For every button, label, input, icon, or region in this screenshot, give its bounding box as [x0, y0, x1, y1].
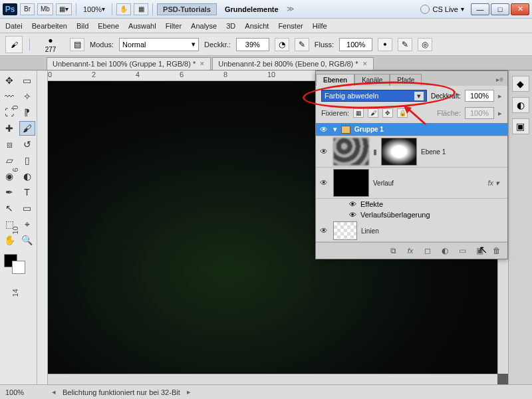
- chevron-down-icon[interactable]: ▾: [333, 125, 337, 134]
- visibility-icon[interactable]: 👁: [319, 147, 329, 156]
- menu-datei[interactable]: Datei: [5, 22, 23, 30]
- opacity-input[interactable]: 39%: [236, 38, 269, 51]
- blend-mode-select[interactable]: Normal▾: [119, 38, 199, 51]
- type-tool[interactable]: T: [19, 185, 35, 200]
- menu-filter[interactable]: Filter: [166, 22, 182, 30]
- visibility-icon[interactable]: 👁: [319, 226, 329, 235]
- zoom-display[interactable]: 100% ▾: [80, 3, 108, 15]
- tab-pfade[interactable]: Pfade: [390, 74, 422, 86]
- mask-thumbnail[interactable]: [381, 138, 417, 166]
- layer-thumbnail[interactable]: [333, 221, 357, 240]
- layers-dock-icon[interactable]: ◆: [512, 76, 529, 92]
- visibility-icon[interactable]: 👁: [349, 200, 356, 208]
- horizontal-scrollbar[interactable]: [48, 374, 497, 384]
- layer-thumbnail[interactable]: [333, 138, 369, 166]
- airbrush-icon[interactable]: ꔷ: [378, 38, 392, 51]
- history-brush-tool[interactable]: ↺: [19, 137, 35, 152]
- close-icon[interactable]: ✕: [362, 61, 368, 67]
- background-swatch[interactable]: [12, 261, 25, 274]
- cs-live-button[interactable]: CS Live ▾: [416, 5, 468, 14]
- layer-fill-input[interactable]: 100%: [465, 107, 494, 119]
- layer-row[interactable]: 👁 Verlauf fx ▾: [316, 168, 507, 199]
- layer-row[interactable]: 👁 Linien: [316, 220, 507, 242]
- layer-opacity-input[interactable]: 100%: [465, 90, 494, 102]
- menu-fenster[interactable]: Fenster: [278, 22, 303, 30]
- document-tab[interactable]: Unbenannt-1 bei 100% (Gruppe 1, RGB/8) *…: [47, 57, 211, 70]
- group-icon[interactable]: ▭: [456, 245, 469, 256]
- tool-preset-icon[interactable]: 🖌: [5, 36, 23, 53]
- target-icon[interactable]: ◎: [418, 38, 432, 51]
- color-swatches[interactable]: [1, 253, 35, 277]
- layer-thumbnail[interactable]: [333, 169, 369, 197]
- lock-pixels-icon[interactable]: 🖌: [368, 108, 378, 118]
- menu-3d[interactable]: 3D: [226, 22, 235, 30]
- mask-icon[interactable]: ◻: [421, 245, 434, 256]
- tablet-size-icon[interactable]: ✎: [398, 38, 412, 51]
- document-group[interactable]: Grundelemente: [219, 5, 284, 13]
- adjustment-icon[interactable]: ◐: [438, 245, 452, 256]
- viewmode-button[interactable]: ▦▾: [56, 3, 72, 15]
- status-bar: 100% ◂ Belichtung funktioniert nur bei 3…: [0, 384, 532, 399]
- layer-row[interactable]: 👁 ▮ Ebene 1: [316, 136, 507, 168]
- healing-tool[interactable]: ✚: [1, 121, 17, 136]
- minibridge-button[interactable]: Mb: [37, 3, 53, 15]
- delete-icon[interactable]: 🗑: [490, 245, 503, 256]
- pen-tool[interactable]: ✒: [1, 185, 17, 200]
- extras-button[interactable]: ▦: [134, 3, 148, 15]
- tab-kanaele[interactable]: Kanäle: [354, 74, 390, 86]
- effect-item[interactable]: 👁 Verlaufsüberlagerung: [332, 209, 507, 220]
- menu-ebene[interactable]: Ebene: [98, 22, 119, 30]
- menu-auswahl[interactable]: Auswahl: [128, 22, 156, 30]
- menu-bearbeiten[interactable]: Bearbeiten: [32, 22, 67, 30]
- menu-analyse[interactable]: Analyse: [191, 22, 217, 30]
- flow-input[interactable]: 100%: [339, 38, 372, 51]
- visibility-icon[interactable]: 👁: [319, 178, 329, 188]
- hand-tool-button[interactable]: ✋: [116, 3, 131, 15]
- opacity-pressure-icon[interactable]: ◔: [275, 38, 289, 51]
- minimize-button[interactable]: —: [471, 3, 489, 15]
- chevron-right-icon[interactable]: ▸: [498, 92, 502, 100]
- brush-preset-picker[interactable]: • 277: [37, 36, 65, 53]
- shape-tool[interactable]: ▭: [19, 201, 35, 215]
- hand-tool[interactable]: ✋: [1, 233, 17, 247]
- brush-panel-toggle[interactable]: ▤: [70, 38, 84, 51]
- fx-icon[interactable]: fx: [404, 245, 417, 256]
- visibility-icon[interactable]: 👁: [319, 125, 329, 134]
- workspace-label[interactable]: PSD-Tutorials: [157, 3, 217, 15]
- menu-bild[interactable]: Bild: [76, 22, 88, 30]
- marquee-tool[interactable]: ▭: [19, 73, 35, 88]
- layer-group[interactable]: 👁 ▾ Gruppe 1: [316, 123, 507, 136]
- zoom-tool[interactable]: 🔍: [19, 233, 35, 247]
- menu-ansicht[interactable]: Ansicht: [245, 22, 269, 30]
- brush-tool[interactable]: 🖌: [19, 121, 35, 136]
- visibility-icon[interactable]: 👁: [349, 211, 356, 219]
- close-button[interactable]: ✕: [511, 3, 529, 15]
- adjust-dock-icon[interactable]: ◐: [512, 97, 529, 113]
- layer-blend-mode-select[interactable]: Farbig abwedeln: [321, 90, 427, 102]
- link-layers-icon[interactable]: ⧉: [386, 245, 400, 256]
- effects-header[interactable]: 👁 Effekte: [332, 199, 507, 209]
- mode-label: Modus:: [90, 41, 114, 49]
- mask-dock-icon[interactable]: ▣: [512, 118, 529, 134]
- tablet-pressure-icon[interactable]: ✎: [295, 38, 309, 51]
- flow-label: Fluss:: [315, 41, 334, 49]
- document-tab[interactable]: Unbenannt-2 bei 800% (Ebene 0, RGB/8) *✕: [212, 57, 373, 70]
- path-tool[interactable]: ↖: [1, 201, 17, 215]
- fx-badge[interactable]: fx ▾: [487, 179, 499, 188]
- chevron-left-icon[interactable]: ◂: [52, 388, 56, 396]
- status-zoom[interactable]: 100%: [5, 388, 45, 396]
- menu-hilfe[interactable]: Hilfe: [313, 22, 327, 30]
- bridge-button[interactable]: Br: [20, 3, 35, 15]
- tab-ebenen[interactable]: Ebenen: [316, 74, 354, 86]
- lock-transparency-icon[interactable]: ▦: [353, 108, 364, 118]
- lock-position-icon[interactable]: ✥: [382, 108, 393, 118]
- maximize-button[interactable]: □: [491, 3, 509, 15]
- stamp-tool[interactable]: ⧇: [1, 137, 17, 152]
- panel-menu-icon[interactable]: ▸≡: [492, 73, 507, 86]
- chevron-right-icon[interactable]: ▸: [498, 109, 502, 118]
- move-tool[interactable]: ✥: [1, 73, 17, 88]
- chevron-right-icon[interactable]: ▸: [187, 388, 191, 396]
- lock-all-icon[interactable]: 🔒: [397, 108, 408, 118]
- layer-opacity-label: Deckkraft:: [431, 92, 461, 100]
- close-icon[interactable]: ✕: [200, 61, 205, 67]
